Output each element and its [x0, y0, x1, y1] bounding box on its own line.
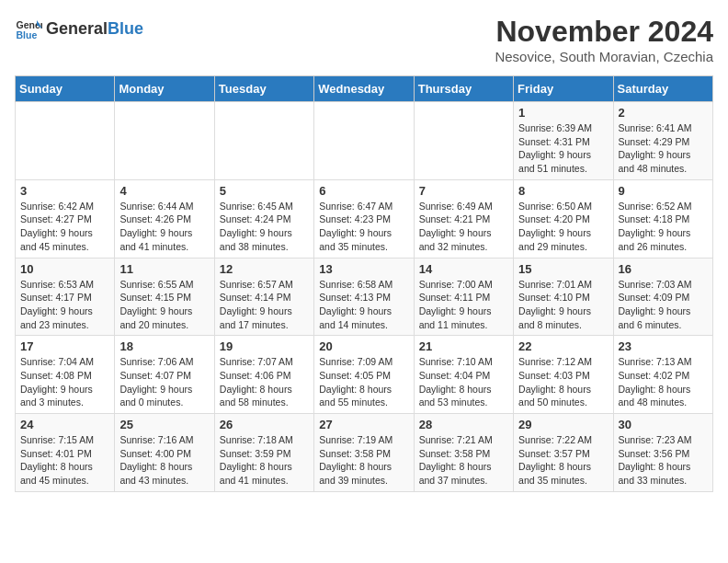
- day-number: 23: [619, 339, 708, 353]
- day-number: 30: [619, 418, 708, 431]
- day-info: Sunrise: 6:53 AM Sunset: 4:17 PM Dayligh…: [20, 278, 109, 332]
- calendar-cell: 16Sunrise: 7:03 AM Sunset: 4:09 PM Dayli…: [613, 258, 712, 336]
- title-area: November 2024 Nesovice, South Moravian, …: [495, 15, 713, 64]
- subtitle: Nesovice, South Moravian, Czechia: [495, 49, 713, 64]
- day-info: Sunrise: 7:06 AM Sunset: 4:07 PM Dayligh…: [119, 355, 209, 409]
- calendar-cell: [414, 102, 513, 180]
- calendar-cell: 8Sunrise: 6:50 AM Sunset: 4:20 PM Daylig…: [514, 179, 613, 258]
- day-info: Sunrise: 6:42 AM Sunset: 4:27 PM Dayligh…: [20, 200, 109, 254]
- day-info: Sunrise: 7:15 AM Sunset: 4:01 PM Dayligh…: [20, 433, 109, 488]
- calendar-cell: 11Sunrise: 6:55 AM Sunset: 4:15 PM Dayli…: [115, 258, 214, 336]
- calendar-cell: 21Sunrise: 7:10 AM Sunset: 4:04 PM Dayli…: [414, 336, 513, 414]
- calendar-cell: 10Sunrise: 6:53 AM Sunset: 4:17 PM Dayli…: [16, 258, 115, 336]
- day-info: Sunrise: 6:41 AM Sunset: 4:29 PM Dayligh…: [619, 121, 708, 176]
- day-info: Sunrise: 6:57 AM Sunset: 4:14 PM Dayligh…: [220, 278, 309, 332]
- col-header-monday: Monday: [115, 76, 214, 102]
- calendar-cell: 7Sunrise: 6:49 AM Sunset: 4:21 PM Daylig…: [414, 179, 513, 258]
- day-number: 13: [319, 262, 408, 276]
- day-number: 10: [20, 262, 109, 276]
- calendar-cell: 9Sunrise: 6:52 AM Sunset: 4:18 PM Daylig…: [613, 179, 712, 258]
- calendar-cell: 2Sunrise: 6:41 AM Sunset: 4:29 PM Daylig…: [613, 102, 712, 180]
- day-info: Sunrise: 7:19 AM Sunset: 3:58 PM Dayligh…: [319, 433, 408, 488]
- day-number: 17: [20, 339, 109, 353]
- header: General Blue GeneralBlue November 2024 N…: [15, 15, 713, 64]
- day-info: Sunrise: 6:49 AM Sunset: 4:21 PM Dayligh…: [419, 200, 508, 254]
- day-number: 12: [220, 262, 309, 276]
- day-info: Sunrise: 6:58 AM Sunset: 4:13 PM Dayligh…: [319, 278, 408, 332]
- day-number: 27: [319, 418, 408, 431]
- day-info: Sunrise: 6:44 AM Sunset: 4:26 PM Dayligh…: [119, 200, 209, 254]
- day-number: 8: [518, 184, 608, 198]
- calendar-cell: 24Sunrise: 7:15 AM Sunset: 4:01 PM Dayli…: [16, 414, 115, 492]
- day-number: 20: [319, 339, 408, 353]
- day-number: 1: [518, 106, 608, 120]
- calendar-cell: 3Sunrise: 6:42 AM Sunset: 4:27 PM Daylig…: [16, 179, 115, 258]
- day-info: Sunrise: 7:16 AM Sunset: 4:00 PM Dayligh…: [119, 433, 209, 488]
- col-header-friday: Friday: [514, 76, 613, 102]
- calendar-cell: 18Sunrise: 7:06 AM Sunset: 4:07 PM Dayli…: [115, 336, 214, 414]
- day-info: Sunrise: 7:13 AM Sunset: 4:02 PM Dayligh…: [619, 355, 708, 409]
- day-info: Sunrise: 7:03 AM Sunset: 4:09 PM Dayligh…: [619, 278, 708, 332]
- day-info: Sunrise: 6:47 AM Sunset: 4:23 PM Dayligh…: [319, 200, 408, 254]
- calendar-cell: 12Sunrise: 6:57 AM Sunset: 4:14 PM Dayli…: [214, 258, 313, 336]
- logo-blue: Blue: [108, 19, 143, 39]
- day-info: Sunrise: 7:00 AM Sunset: 4:11 PM Dayligh…: [419, 278, 508, 332]
- day-number: 21: [419, 339, 508, 353]
- day-number: 5: [220, 184, 309, 198]
- calendar-cell: 29Sunrise: 7:22 AM Sunset: 3:57 PM Dayli…: [514, 414, 613, 492]
- day-info: Sunrise: 7:10 AM Sunset: 4:04 PM Dayligh…: [419, 355, 508, 409]
- calendar-cell: 15Sunrise: 7:01 AM Sunset: 4:10 PM Dayli…: [514, 258, 613, 336]
- day-number: 18: [119, 339, 209, 353]
- calendar-cell: [16, 102, 115, 180]
- day-number: 26: [220, 418, 309, 431]
- day-number: 15: [518, 262, 608, 276]
- svg-text:Blue: Blue: [17, 29, 38, 40]
- col-header-thursday: Thursday: [414, 76, 513, 102]
- calendar-cell: 30Sunrise: 7:23 AM Sunset: 3:56 PM Dayli…: [613, 414, 712, 492]
- calendar-cell: [214, 102, 313, 180]
- day-number: 19: [220, 339, 309, 353]
- day-number: 24: [20, 418, 109, 431]
- calendar-cell: 5Sunrise: 6:45 AM Sunset: 4:24 PM Daylig…: [214, 179, 313, 258]
- day-info: Sunrise: 7:22 AM Sunset: 3:57 PM Dayligh…: [518, 433, 608, 488]
- logo-general: General: [46, 19, 108, 39]
- day-info: Sunrise: 7:23 AM Sunset: 3:56 PM Dayligh…: [619, 433, 708, 488]
- day-info: Sunrise: 6:52 AM Sunset: 4:18 PM Dayligh…: [619, 200, 708, 254]
- day-info: Sunrise: 7:01 AM Sunset: 4:10 PM Dayligh…: [518, 278, 608, 332]
- calendar-cell: 17Sunrise: 7:04 AM Sunset: 4:08 PM Dayli…: [16, 336, 115, 414]
- calendar-cell: 13Sunrise: 6:58 AM Sunset: 4:13 PM Dayli…: [314, 258, 414, 336]
- calendar-cell: [115, 102, 214, 180]
- calendar-table: SundayMondayTuesdayWednesdayThursdayFrid…: [15, 75, 713, 492]
- calendar-cell: 23Sunrise: 7:13 AM Sunset: 4:02 PM Dayli…: [613, 336, 712, 414]
- main-title: November 2024: [495, 15, 713, 49]
- day-info: Sunrise: 7:21 AM Sunset: 3:58 PM Dayligh…: [419, 433, 508, 488]
- day-number: 14: [419, 262, 508, 276]
- calendar-cell: 19Sunrise: 7:07 AM Sunset: 4:06 PM Dayli…: [214, 336, 313, 414]
- day-number: 2: [619, 106, 708, 120]
- col-header-tuesday: Tuesday: [214, 76, 313, 102]
- col-header-saturday: Saturday: [613, 76, 712, 102]
- day-info: Sunrise: 7:09 AM Sunset: 4:05 PM Dayligh…: [319, 355, 408, 409]
- calendar-cell: 22Sunrise: 7:12 AM Sunset: 4:03 PM Dayli…: [514, 336, 613, 414]
- day-number: 11: [119, 262, 209, 276]
- calendar-cell: 25Sunrise: 7:16 AM Sunset: 4:00 PM Dayli…: [115, 414, 214, 492]
- day-info: Sunrise: 7:18 AM Sunset: 3:59 PM Dayligh…: [220, 433, 309, 488]
- logo-icon: General Blue: [15, 15, 42, 42]
- calendar-cell: 14Sunrise: 7:00 AM Sunset: 4:11 PM Dayli…: [414, 258, 513, 336]
- calendar-cell: 27Sunrise: 7:19 AM Sunset: 3:58 PM Dayli…: [314, 414, 414, 492]
- calendar-cell: 20Sunrise: 7:09 AM Sunset: 4:05 PM Dayli…: [314, 336, 414, 414]
- col-header-sunday: Sunday: [16, 76, 115, 102]
- day-info: Sunrise: 6:45 AM Sunset: 4:24 PM Dayligh…: [220, 200, 309, 254]
- day-info: Sunrise: 7:04 AM Sunset: 4:08 PM Dayligh…: [20, 355, 109, 409]
- logo: General Blue GeneralBlue: [15, 15, 143, 42]
- day-number: 6: [319, 184, 408, 198]
- day-number: 25: [119, 418, 209, 431]
- day-info: Sunrise: 6:55 AM Sunset: 4:15 PM Dayligh…: [119, 278, 209, 332]
- day-number: 4: [119, 184, 209, 198]
- calendar-cell: 1Sunrise: 6:39 AM Sunset: 4:31 PM Daylig…: [514, 102, 613, 180]
- day-info: Sunrise: 7:07 AM Sunset: 4:06 PM Dayligh…: [220, 355, 309, 409]
- day-number: 3: [20, 184, 109, 198]
- day-number: 28: [419, 418, 508, 431]
- calendar-cell: [314, 102, 414, 180]
- calendar-cell: 4Sunrise: 6:44 AM Sunset: 4:26 PM Daylig…: [115, 179, 214, 258]
